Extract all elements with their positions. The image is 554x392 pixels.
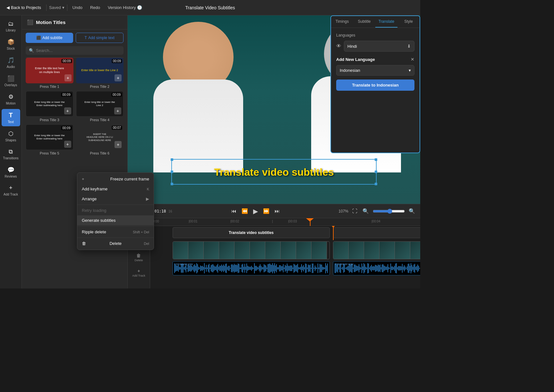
frame-11 [333, 242, 349, 259]
rewind-button[interactable]: ⏪ [240, 207, 249, 215]
close-add-language-icon[interactable]: ✕ [411, 57, 414, 62]
total-time: 01:18 16 [154, 209, 172, 213]
subtitle-block-1[interactable]: Translate video subtitles [173, 227, 330, 238]
tab-subtitle[interactable]: Subtitle [353, 16, 375, 28]
template-add-btn-3[interactable]: + [64, 107, 71, 114]
frame-3 [204, 242, 219, 259]
audio-track: voiceover.wav voiceover.wav [150, 261, 420, 277]
video-strip-1[interactable] [173, 241, 330, 259]
context-menu-generate[interactable]: Generate subtitles [77, 215, 154, 225]
ctx-divider-1 [77, 204, 154, 205]
add-new-language-label: Add New Language [336, 57, 375, 62]
sidebar-item-audio[interactable]: 🎵 Audio [2, 54, 20, 71]
context-menu-arrange[interactable]: Arrange ▶ [77, 194, 154, 204]
visibility-icon[interactable]: 👁 [336, 43, 341, 49]
template-add-btn-5[interactable]: + [64, 141, 71, 148]
keyframe-label: Add keyframe [82, 187, 107, 191]
search-bar: 🔍 [26, 46, 124, 55]
audio-label-2: voiceover.wav [335, 263, 354, 266]
sidebar-item-text[interactable]: T Text [2, 109, 20, 126]
sidebar-item-shapes-label: Shapes [5, 138, 16, 142]
template-item-6[interactable]: 00:07 INSERT THEHEADLINE HERE ON 2 LISUB… [76, 124, 124, 155]
sidebar-item-add-track-label: Add Track [4, 193, 18, 196]
template-item-3[interactable]: 00:09 Enter long title or lower theEnter… [26, 91, 73, 122]
tab-timings-label: Timings [336, 19, 349, 24]
template-thumb-4: 00:09 Enter long title or lower theLine … [76, 91, 124, 117]
audio-waveform-1[interactable]: voiceover.wav [173, 261, 330, 275]
delete-tool[interactable]: 🗑 Delete [133, 252, 144, 263]
template-item-4[interactable]: 00:09 Enter long title or lower theLine … [76, 91, 124, 122]
context-menu-freeze[interactable]: + Freeze current frame [77, 174, 154, 184]
context-menu-retry[interactable]: Retry loading [77, 205, 154, 215]
template-item-1[interactable]: 00:09 Enter the title text hereon multip… [26, 58, 73, 88]
sidebar-item-motion[interactable]: ⚙ Motion [2, 91, 20, 108]
redo-button[interactable]: Redo [88, 4, 103, 11]
zoom-out-button[interactable]: 🔍 [361, 207, 370, 215]
freeze-label: Freeze current frame [110, 177, 149, 181]
sidebar-item-stock[interactable]: 📦 Stock [2, 36, 20, 53]
add-simple-text-button[interactable]: T Add simple text [76, 33, 124, 43]
undo-button[interactable]: Undo [70, 4, 85, 11]
sidebar-item-overlays[interactable]: ⬛ Overlays [2, 72, 20, 89]
fast-forward-button[interactable]: ⏩ [262, 207, 271, 215]
subtitle-block-2[interactable]: Easily [333, 227, 420, 238]
tab-translate[interactable]: Translate [375, 16, 397, 28]
sidebar-item-reviews[interactable]: 💬 Reviews [2, 164, 20, 181]
delete-label: Delete [109, 241, 122, 246]
ruler-mark-1: |00:01 [189, 220, 198, 223]
ruler-mark-5: |00:04 [371, 220, 380, 223]
freeze-icon: + [82, 177, 84, 181]
zoom-slider[interactable] [373, 209, 405, 214]
zoom-in-button[interactable]: 🔍 [407, 207, 416, 215]
ruler-mark-4: |00:03 [288, 220, 297, 223]
template-add-btn-6[interactable]: + [115, 141, 122, 148]
context-menu-delete[interactable]: 🗑 Delete Del [77, 238, 154, 248]
frame-14 [379, 242, 395, 259]
sidebar-item-text-label: Text [8, 120, 13, 124]
search-input[interactable] [36, 48, 120, 53]
video-strip-2[interactable] [333, 241, 420, 259]
template-add-btn-1[interactable]: + [64, 74, 72, 81]
skip-to-end-button[interactable]: ⏭ [273, 207, 281, 215]
template-add-btn-4[interactable]: + [114, 107, 121, 114]
frame-2 [188, 242, 204, 259]
retry-label: Retry loading [82, 208, 107, 213]
template-add-btn-2[interactable]: + [115, 74, 122, 81]
sidebar-item-reviews-label: Reviews [5, 175, 17, 178]
add-track-tool[interactable]: + Add Track [131, 267, 147, 279]
delete-icon-ctx: 🗑 [82, 241, 86, 246]
frame-12 [349, 242, 364, 259]
translate-to-indonesian-button[interactable]: Translate to Indonesian [336, 79, 414, 91]
add-subtitle-button[interactable]: ⬛ Add subtitle [26, 33, 73, 43]
back-label: Back to Projects [11, 5, 41, 10]
template-content-1: Enter the title text hereon multiple lin… [34, 65, 65, 75]
context-menu-keyframe[interactable]: Add keyframe K [77, 184, 154, 194]
version-history-button[interactable]: Version History 🕐 [105, 4, 145, 11]
text-icon: T [9, 112, 13, 119]
ctx-divider-2 [77, 226, 154, 226]
skip-to-start-button[interactable]: ⏮ [230, 207, 238, 215]
saved-dropdown-icon[interactable]: ▾ [62, 5, 64, 10]
tab-style[interactable]: Style [397, 16, 420, 28]
sidebar-item-transitions-label: Transitions [3, 156, 19, 160]
tab-timings[interactable]: Timings [331, 16, 353, 28]
audio-waveform-2[interactable]: voiceover.wav [333, 261, 420, 275]
back-to-projects-button[interactable]: ◀ Back to Projects [4, 4, 44, 11]
download-icon[interactable]: ⬇ [407, 44, 411, 49]
sidebar-item-add-track[interactable]: + Add Track [2, 182, 20, 199]
sidebar-item-transitions[interactable]: ⧉ Transitions [2, 146, 20, 163]
context-menu-ripple-delete[interactable]: Ripple delete Shift + Del [77, 227, 154, 237]
template-item-5[interactable]: 00:09 Enter long title or lower theEnter… [26, 124, 73, 155]
play-button[interactable]: ▶ [252, 206, 259, 216]
fullscreen-button[interactable]: ⛶ [351, 207, 359, 215]
video-controls: 00:02 07 01:18 16 ⏮ ⏪ ▶ ⏩ ⏭ 107% ⛶ 🔍 🔍 [128, 204, 420, 218]
panel-header-icon: ⬛ [27, 19, 33, 25]
sidebar-item-shapes[interactable]: ⬡ Shapes [2, 128, 20, 145]
language-selector[interactable]: Indonesian ▾ [336, 65, 414, 76]
template-item-2[interactable]: 00:09 Enter title or lower the Line 2 + … [76, 58, 124, 88]
saved-label: Saved [49, 5, 61, 10]
video-subtitle-text: Translate video subtitles [214, 166, 334, 178]
add-track-icon: + [9, 185, 13, 191]
redo-label: Redo [90, 5, 100, 10]
sidebar-item-library[interactable]: 🗂 Library [2, 18, 20, 35]
